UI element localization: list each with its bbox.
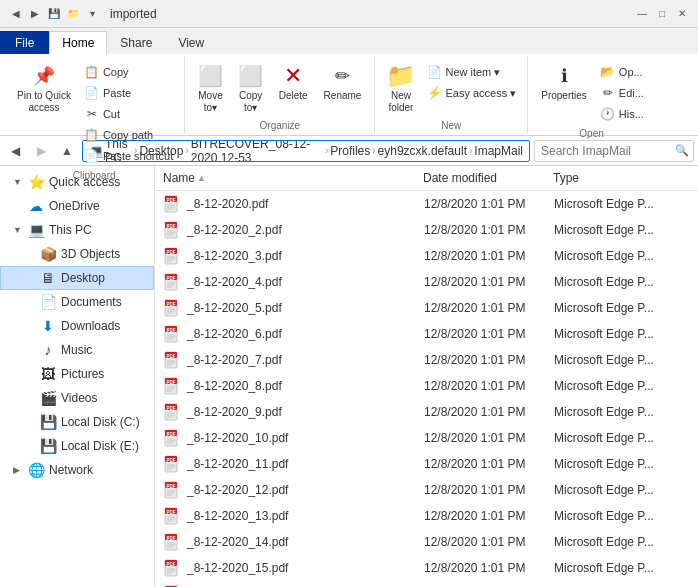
videos-icon: 🎬: [40, 390, 56, 406]
pdf-file-icon: PDF: [164, 299, 182, 317]
easy-access-icon: ⚡: [427, 86, 441, 100]
svg-text:PDF: PDF: [167, 328, 176, 333]
search-icon: 🔍: [675, 144, 689, 157]
file-list-header: Name ▲ Date modified Type: [155, 166, 698, 191]
file-name-text: _8-12-2020_11.pdf: [187, 457, 288, 471]
file-row[interactable]: PDF _8-12-2020_9.pdf12/8/2020 1:01 PMMic…: [155, 399, 698, 425]
file-row[interactable]: PDF _8-12-2020_12.pdf12/8/2020 1:01 PMMi…: [155, 477, 698, 503]
properties-button[interactable]: ℹ Properties: [534, 60, 594, 106]
paste-button[interactable]: 📄 Paste: [80, 83, 178, 103]
file-rows-container: PDF _8-12-2020.pdf12/8/2020 1:01 PMMicro…: [155, 191, 698, 587]
new-item-button[interactable]: 📄 New item ▾: [422, 62, 521, 82]
move-to-button[interactable]: ⬜ Moveto▾: [191, 60, 229, 118]
title-bar-back-icon[interactable]: ◀: [8, 6, 24, 22]
file-row[interactable]: PDF _8-12-2020.pdf12/8/2020 1:01 PMMicro…: [155, 191, 698, 217]
tab-home[interactable]: Home: [49, 31, 107, 55]
file-name-cell: PDF _8-12-2020_2.pdf: [156, 219, 416, 241]
close-button[interactable]: ✕: [674, 6, 690, 22]
history-label: His...: [619, 108, 644, 120]
file-type-cell: Microsoft Edge P...: [546, 299, 697, 317]
sidebar-item-network[interactable]: ▶ 🌐 Network: [0, 458, 154, 482]
file-row[interactable]: PDF _8-12-2020_3.pdf12/8/2020 1:01 PMMic…: [155, 243, 698, 269]
file-row[interactable]: PDF _8-12-2020_13.pdf12/8/2020 1:01 PMMi…: [155, 503, 698, 529]
file-row[interactable]: PDF _8-12-2020_2.pdf12/8/2020 1:01 PMMic…: [155, 217, 698, 243]
copy-button[interactable]: 📋 Copy: [80, 62, 178, 82]
copy-to-button[interactable]: ⬜ Copyto▾: [232, 60, 270, 118]
sidebar-item-3d-objects[interactable]: 📦 3D Objects: [0, 242, 154, 266]
new-folder-button[interactable]: 📁 Newfolder: [381, 60, 420, 118]
file-row[interactable]: PDF _8-12-2020_7.pdf12/8/2020 1:01 PMMic…: [155, 347, 698, 373]
path-profiles[interactable]: Profiles: [330, 144, 370, 158]
file-name-cell: PDF _8-12-2020_6.pdf: [156, 323, 416, 345]
file-name-text: _8-12-2020_10.pdf: [187, 431, 288, 445]
sidebar-item-local-disk-e[interactable]: 💾 Local Disk (E:): [0, 434, 154, 458]
tab-view[interactable]: View: [165, 31, 217, 54]
sidebar-item-videos[interactable]: 🎬 Videos: [0, 386, 154, 410]
search-input[interactable]: [534, 140, 694, 162]
delete-button[interactable]: ✕ Delete: [272, 60, 315, 106]
pdf-file-icon: PDF: [164, 221, 182, 239]
easy-access-button[interactable]: ⚡ Easy access ▾: [422, 83, 521, 103]
paste-label: Paste: [103, 87, 131, 99]
col-name[interactable]: Name ▲: [155, 168, 415, 188]
maximize-button[interactable]: □: [654, 6, 670, 22]
file-row[interactable]: PDF _8-12-2020_15.pdf12/8/2020 1:01 PMMi…: [155, 555, 698, 581]
cut-button[interactable]: ✂ Cut: [80, 104, 178, 124]
sidebar-item-documents[interactable]: 📄 Documents: [0, 290, 154, 314]
path-imapmail[interactable]: ImapMail: [474, 144, 523, 158]
history-button[interactable]: 🕐 His...: [596, 104, 649, 124]
file-name-cell: PDF _8-12-2020_8.pdf: [156, 375, 416, 397]
copy-path-button[interactable]: 📋 Copy path: [80, 125, 178, 145]
sidebar-item-local-disk-c[interactable]: 💾 Local Disk (C:): [0, 410, 154, 434]
rename-button[interactable]: ✏ Rename: [317, 60, 369, 106]
file-row[interactable]: PDF _8-12-2020_16.pdf12/8/2020 1:02 PMMi…: [155, 581, 698, 587]
local-c-icon: 💾: [40, 414, 56, 430]
file-date-cell: 12/8/2020 1:01 PM: [416, 325, 546, 343]
copy-to-icon: ⬜: [239, 64, 263, 88]
file-row[interactable]: PDF _8-12-2020_6.pdf12/8/2020 1:01 PMMic…: [155, 321, 698, 347]
minimize-button[interactable]: —: [634, 6, 650, 22]
file-row[interactable]: PDF _8-12-2020_11.pdf12/8/2020 1:01 PMMi…: [155, 451, 698, 477]
sidebar-item-pictures[interactable]: 🖼 Pictures: [0, 362, 154, 386]
open-button[interactable]: 📂 Op...: [596, 62, 649, 82]
tab-share[interactable]: Share: [107, 31, 165, 54]
path-bitrecover[interactable]: BITRECOVER_08-12-2020 12-53: [191, 140, 323, 162]
paste-shortcut-button[interactable]: 📄 Paste shortcut: [80, 146, 178, 166]
file-row[interactable]: PDF _8-12-2020_4.pdf12/8/2020 1:01 PMMic…: [155, 269, 698, 295]
file-date-cell: 12/8/2020 1:01 PM: [416, 507, 546, 525]
title-bar-down-icon[interactable]: ▾: [84, 6, 100, 22]
sidebar-item-desktop[interactable]: 🖥 Desktop: [0, 266, 154, 290]
local-e-label: Local Disk (E:): [61, 439, 139, 453]
open-icon: 📂: [601, 65, 615, 79]
sidebar: ▼ ⭐ Quick access ☁ OneDrive ▼ 💻 This PC …: [0, 166, 155, 587]
title-bar-floppy-icon[interactable]: 💾: [46, 6, 62, 22]
col-date[interactable]: Date modified: [415, 168, 545, 188]
sidebar-item-music[interactable]: ♪ Music: [0, 338, 154, 362]
col-type[interactable]: Type: [545, 168, 698, 188]
delete-label: Delete: [279, 90, 308, 102]
sidebar-item-onedrive[interactable]: ☁ OneDrive: [0, 194, 154, 218]
svg-text:PDF: PDF: [167, 198, 176, 203]
pin-to-quick-access-button[interactable]: 📌 Pin to Quickaccess: [10, 60, 78, 118]
file-row[interactable]: PDF _8-12-2020_10.pdf12/8/2020 1:01 PMMi…: [155, 425, 698, 451]
file-date-cell: 12/8/2020 1:01 PM: [416, 403, 546, 421]
tab-file[interactable]: File: [0, 31, 49, 54]
sep2: ›: [185, 145, 188, 156]
file-date-cell: 12/8/2020 1:01 PM: [416, 429, 546, 447]
sidebar-item-downloads[interactable]: ⬇ Downloads: [0, 314, 154, 338]
title-bar-icons: ◀ ▶ 💾 📁 ▾: [8, 6, 100, 22]
svg-text:PDF: PDF: [167, 354, 176, 359]
file-row[interactable]: PDF _8-12-2020_5.pdf12/8/2020 1:01 PMMic…: [155, 295, 698, 321]
edit-button[interactable]: ✏ Edi...: [596, 83, 649, 103]
sidebar-item-this-pc[interactable]: ▼ 💻 This PC: [0, 218, 154, 242]
title-bar-forward-icon[interactable]: ▶: [27, 6, 43, 22]
delete-icon: ✕: [281, 64, 305, 88]
svg-text:PDF: PDF: [167, 224, 176, 229]
file-date-cell: 12/8/2020 1:01 PM: [416, 195, 546, 213]
path-eyh9zcxk[interactable]: eyh9zcxk.default: [378, 144, 467, 158]
title-bar-folder-icon[interactable]: 📁: [65, 6, 81, 22]
file-name-text: _8-12-2020_14.pdf: [187, 535, 288, 549]
file-row[interactable]: PDF _8-12-2020_8.pdf12/8/2020 1:01 PMMic…: [155, 373, 698, 399]
file-row[interactable]: PDF _8-12-2020_14.pdf12/8/2020 1:01 PMMi…: [155, 529, 698, 555]
ribbon-group-organize: ⬜ Moveto▾ ⬜ Copyto▾ ✕ Delete ✏ Rename Or…: [185, 56, 375, 133]
